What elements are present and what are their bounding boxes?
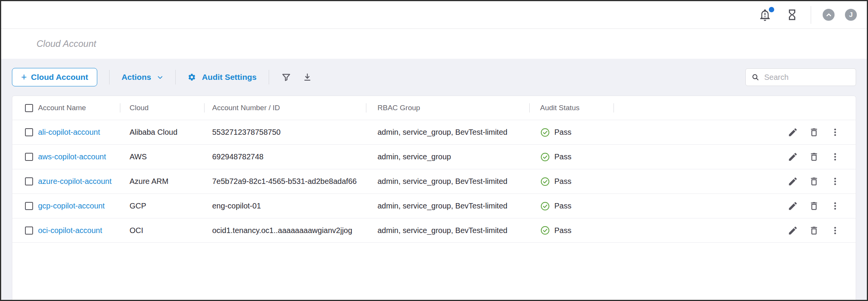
audit-settings-label: Audit Settings: [202, 73, 256, 82]
add-cloud-account-button[interactable]: + Cloud Account: [12, 68, 97, 86]
edit-button[interactable]: [788, 176, 798, 187]
account-name-link[interactable]: gcp-copilot-account: [38, 202, 105, 210]
column-header-rbac-group: RBAC Group: [366, 96, 530, 120]
chevron-down-icon: [157, 74, 163, 81]
audit-status-cell: Pass: [530, 225, 614, 235]
row-checkbox[interactable]: [25, 177, 33, 185]
kebab-icon: [830, 176, 840, 187]
row-checkbox[interactable]: [25, 128, 33, 136]
edit-button[interactable]: [788, 152, 798, 162]
trash-icon: [809, 127, 819, 137]
cloud-account-page: J Cloud Account + Cloud Account Actions: [0, 0, 868, 301]
app-launcher-button[interactable]: [823, 9, 835, 21]
search-icon: [752, 73, 759, 81]
trash-icon: [809, 201, 819, 211]
check-circle-icon: [540, 152, 550, 162]
account-name-link[interactable]: aws-copilot-account: [38, 152, 106, 161]
row-checkbox-cell: [12, 153, 38, 161]
table-row: aws-copilot-account AWS 692948782748 adm…: [12, 144, 856, 169]
account-name-link[interactable]: ali-copilot-account: [38, 128, 100, 137]
delete-button[interactable]: [809, 225, 819, 236]
column-header-cloud: Cloud: [120, 96, 205, 120]
breadcrumb: Cloud Account: [37, 38, 96, 49]
delete-button[interactable]: [809, 201, 819, 211]
audit-settings-button[interactable]: Audit Settings: [188, 73, 256, 82]
audit-status-label: Pass: [554, 128, 571, 137]
content-area: + Cloud Account Actions Audi: [1, 59, 867, 300]
check-circle-icon: [540, 177, 550, 187]
trash-icon: [809, 225, 819, 236]
account-number-cell: ocid1.tenancy.oc1..aaaaaaaawgianv2jjog: [205, 226, 366, 235]
rbac-group-cell: admin, service_group, BevTest-limited: [366, 128, 530, 137]
cloud-cell: GCP: [120, 202, 205, 210]
account-number-cell: eng-copilot-01: [205, 202, 366, 210]
more-options-button[interactable]: [830, 152, 840, 162]
select-all-checkbox[interactable]: [25, 104, 33, 112]
more-options-button[interactable]: [830, 127, 840, 137]
row-actions: [614, 225, 856, 236]
row-checkbox[interactable]: [25, 153, 33, 161]
table-header: Account Name Cloud Account Number / ID R…: [12, 96, 856, 120]
column-header-account-name: Account Name: [38, 96, 120, 120]
table-row: gcp-copilot-account GCP eng-copilot-01 a…: [12, 194, 856, 218]
row-actions: [614, 152, 856, 162]
pencil-icon: [788, 201, 798, 211]
account-number-cell: 692948782748: [205, 152, 366, 161]
cloud-accounts-table: Account Name Cloud Account Number / ID R…: [12, 96, 856, 300]
more-options-button[interactable]: [830, 201, 840, 211]
row-checkbox-cell: [12, 202, 38, 210]
rbac-group-cell: admin, service_group, BevTest-limited: [366, 177, 530, 186]
user-avatar[interactable]: J: [845, 9, 857, 21]
download-icon: [302, 72, 313, 83]
account-name-cell: aws-copilot-account: [38, 152, 120, 161]
actions-label: Actions: [121, 73, 151, 82]
delete-button[interactable]: [809, 127, 819, 137]
kebab-icon: [830, 225, 840, 236]
delete-button[interactable]: [809, 176, 819, 187]
row-actions: [614, 201, 856, 211]
gear-icon: [188, 73, 196, 81]
row-actions: [614, 176, 856, 187]
more-options-button[interactable]: [830, 176, 840, 187]
audit-status-label: Pass: [554, 202, 571, 210]
column-header-actions: [614, 96, 856, 120]
notifications-button[interactable]: [758, 8, 772, 22]
row-checkbox[interactable]: [25, 202, 33, 210]
hourglass-icon: [786, 8, 798, 21]
header-checkbox-cell: [12, 96, 38, 120]
edit-button[interactable]: [788, 127, 798, 137]
kebab-icon: [830, 152, 840, 162]
search-input[interactable]: [763, 73, 850, 82]
account-name-link[interactable]: oci-copilot-account: [38, 226, 102, 235]
rbac-group-cell: admin, service_group, BevTest-limited: [366, 202, 530, 210]
audit-status-cell: Pass: [530, 127, 614, 137]
account-name-cell: gcp-copilot-account: [38, 202, 120, 210]
kebab-icon: [830, 201, 840, 211]
account-name-link[interactable]: azure-copilot-account: [38, 177, 111, 186]
edit-button[interactable]: [788, 225, 798, 236]
actions-dropdown-button[interactable]: Actions: [121, 73, 163, 82]
pencil-icon: [788, 127, 798, 137]
toolbar: + Cloud Account Actions Audi: [12, 59, 856, 96]
cloud-cell: AWS: [120, 152, 205, 161]
more-options-button[interactable]: [830, 225, 840, 236]
row-checkbox[interactable]: [25, 227, 33, 235]
rbac-group-cell: admin, service_group, BevTest-limited: [366, 226, 530, 235]
download-button[interactable]: [302, 72, 313, 83]
pencil-icon: [788, 225, 798, 236]
filter-button[interactable]: [281, 72, 291, 83]
column-header-account-number: Account Number / ID: [205, 96, 366, 120]
table-body: ali-copilot-account Alibaba Cloud 553271…: [12, 120, 856, 243]
rbac-group-cell: admin, service_group: [366, 152, 530, 161]
trash-icon: [809, 152, 819, 162]
trash-icon: [809, 176, 819, 187]
toolbar-divider: [269, 70, 269, 84]
table-row: azure-copilot-account Azure ARM 7e5b72a9…: [12, 169, 856, 194]
delete-button[interactable]: [809, 152, 819, 162]
audit-status-label: Pass: [554, 152, 571, 161]
edit-button[interactable]: [788, 201, 798, 211]
row-actions: [614, 127, 856, 137]
search-box: [745, 68, 856, 86]
task-history-button[interactable]: [786, 8, 798, 21]
cloud-cell: Alibaba Cloud: [120, 128, 205, 137]
